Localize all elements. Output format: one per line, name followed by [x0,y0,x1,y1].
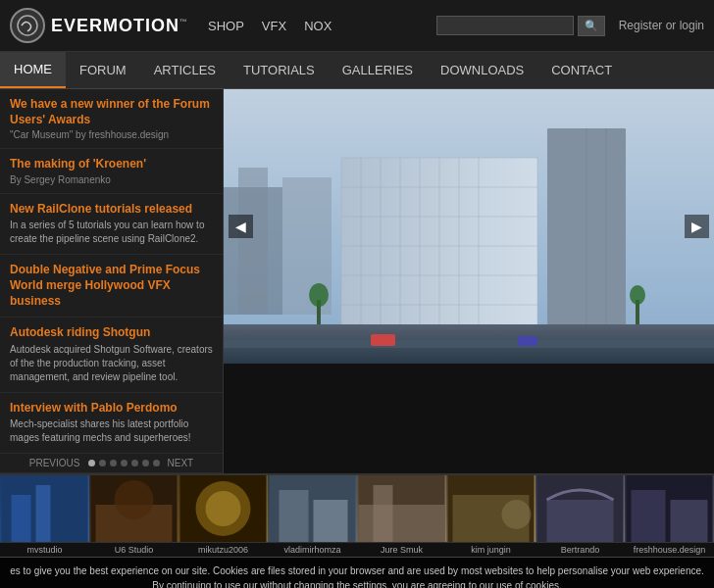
thumb-label: mvstudio [0,542,89,557]
nav-downloads[interactable]: DOWNLOADS [427,53,537,87]
svg-rect-44 [359,505,445,542]
sidebar-item-desc: Autodesk acquired Shotgun Software, crea… [10,343,213,384]
sidebar-item-title[interactable]: Autodesk riding Shotgun [10,325,213,341]
sidebar-item: Autodesk riding Shotgun Autodesk acquire… [0,318,223,393]
thumb-label: vladimirhomza [268,542,357,557]
sidebar-item: New RailClone tutorials released In a se… [0,194,223,256]
thumb-image [268,475,357,542]
slide-dot[interactable] [99,460,106,466]
svg-rect-3 [238,168,268,315]
feature-image: ◀ ▶ [224,89,714,364]
logo-area: EVERMOTION™ [10,8,188,43]
nox-link[interactable]: NOX [304,19,332,33]
nav-articles[interactable]: ARTICLES [140,53,230,87]
next-slide-button[interactable]: ▶ [685,215,709,238]
nav-tutorials[interactable]: TUTORIALS [230,53,329,87]
thumb-label: mikutzu2006 [178,542,268,557]
svg-point-26 [309,283,329,307]
svg-point-39 [206,491,241,526]
thumb-vladimir[interactable]: vladimirhomza [268,475,357,557]
vfx-link[interactable]: VFX [262,19,286,33]
thumb-label: freshhouse.design [625,542,714,557]
svg-rect-45 [374,485,393,542]
thumb-image [536,475,625,542]
auth-link[interactable]: Register or login [619,19,704,32]
sidebar-item-title[interactable]: Interview with Pablo Perdomo [10,401,213,416]
thumb-label: Bertrando [536,542,625,557]
thumbnail-strip: mvstudio U6 Studio mikutzu2006 vladimirh… [0,473,714,557]
thumb-jure[interactable]: Jure Smuk [357,475,446,557]
content-area: We have a new winner of the Forum Users'… [0,89,714,473]
main-navigation: HOME FORUM ARTICLES TUTORIALS GALLERIES … [0,52,714,89]
next-button[interactable]: NEXT [164,458,198,468]
sidebar-item: Interview with Pablo Perdomo Mech-specia… [0,393,223,455]
sidebar-item-desc: Mech-specialist shares his latest portfo… [10,417,213,445]
feature-svg [224,89,714,364]
prev-slide-button[interactable]: ◀ [229,215,253,238]
svg-rect-50 [547,500,614,542]
svg-rect-41 [280,490,309,542]
svg-point-36 [115,480,154,519]
shop-link[interactable]: SHOP [208,19,244,33]
slide-dot[interactable] [121,460,128,466]
search-area: 🔍 [436,16,605,36]
svg-rect-30 [518,336,537,346]
sidebar-item-title[interactable]: We have a new winner of the Forum Users'… [10,97,213,127]
thumb-u6studio[interactable]: U6 Studio [89,475,178,557]
thumb-label: Jure Smuk [357,542,446,557]
thumb-image [625,475,714,542]
thumb-image [178,475,268,542]
nav-contact[interactable]: CONTACT [537,53,626,87]
sidebar-item: The making of 'Kroenen' By Sergey Romane… [0,149,223,194]
slide-dot[interactable] [88,460,95,466]
search-button[interactable]: 🔍 [578,16,605,36]
logo-tm: ™ [179,18,188,26]
cookie-bar: es to give you the best experience on ou… [0,557,714,588]
logo-icon [10,8,45,43]
thumb-image [446,475,536,542]
svg-rect-52 [632,490,666,542]
header: EVERMOTION™ SHOP VFX NOX 🔍 Register or l… [0,0,714,52]
svg-rect-42 [314,500,348,542]
slide-dot[interactable] [153,460,160,466]
svg-rect-33 [36,485,51,542]
svg-rect-29 [371,334,395,346]
nav-galleries[interactable]: GALLERIES [329,53,427,87]
header-nav: SHOP VFX NOX [208,19,332,33]
nav-home[interactable]: HOME [0,52,66,88]
thumb-label: kim jungin [446,542,536,557]
search-input[interactable] [436,16,574,35]
nav-forum[interactable]: FORUM [66,53,140,87]
thumb-freshhouse[interactable]: freshhouse.design [625,475,714,557]
slide-dot[interactable] [131,460,138,466]
cookie-text: es to give you the best experience on ou… [10,565,704,588]
svg-rect-32 [12,495,31,542]
logo-wordmark: EVERMOTION [51,16,179,35]
sidebar: We have a new winner of the Forum Users'… [0,89,224,473]
thumb-image [0,475,89,542]
sidebar-item: Double Negative and Prime Focus World me… [0,255,223,318]
svg-rect-53 [671,500,708,542]
thumb-mvstudio[interactable]: mvstudio [0,475,89,557]
slide-dot[interactable] [110,460,117,466]
sidebar-item-title[interactable]: The making of 'Kroenen' [10,157,213,172]
sidebar-item-title[interactable]: New RailClone tutorials released [10,202,213,218]
sidebar-item-title[interactable]: Double Negative and Prime Focus World me… [10,263,213,309]
svg-point-28 [630,285,645,305]
thumb-image [89,475,178,542]
main-feature: ◀ ▶ [224,89,714,473]
thumb-label: U6 Studio [89,542,178,557]
thumb-kim[interactable]: kim jungin [446,475,536,557]
sidebar-item-desc: In a series of 5 tutorials you can learn… [10,219,213,246]
thumb-bertrando[interactable]: Bertrando [536,475,625,557]
logo-text: EVERMOTION™ [51,16,188,36]
slide-dot[interactable] [142,460,149,466]
thumb-mikutzu[interactable]: mikutzu2006 [178,475,268,557]
sidebar-item: We have a new winner of the Forum Users'… [0,89,223,149]
sidebar-item-subtitle: By Sergey Romanenko [10,174,213,185]
svg-point-48 [502,500,532,529]
prev-button[interactable]: PREVIOUS [26,458,84,468]
sidebar-item-subtitle: "Car Museum" by freshhouse.design [10,129,213,140]
svg-point-0 [18,16,37,35]
slideshow-controls: PREVIOUS NEXT [0,454,223,473]
